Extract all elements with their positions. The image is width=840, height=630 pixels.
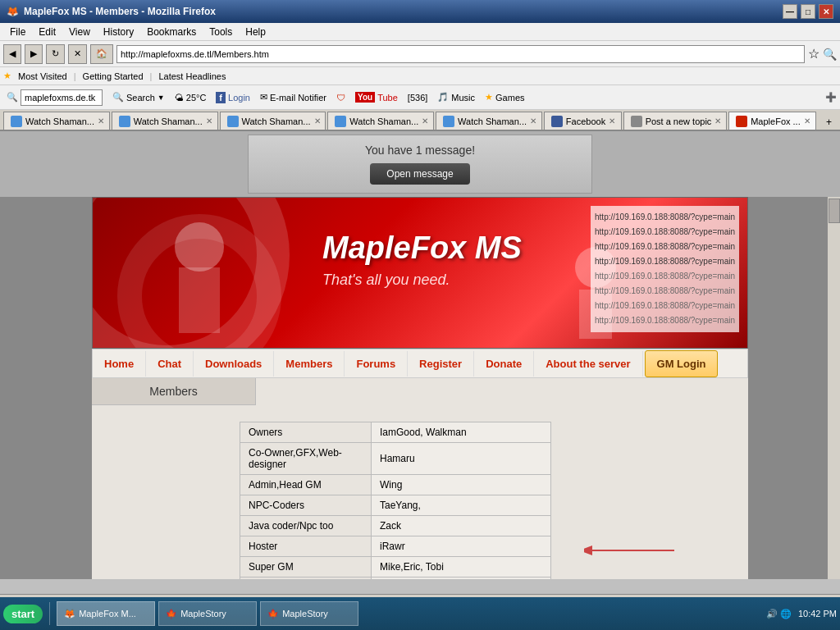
email-icon: ✉: [260, 92, 267, 103]
games-link[interactable]: ★ Games: [482, 90, 527, 104]
menu-file[interactable]: File: [3, 25, 32, 39]
taskbar-item-label-1: MapleFox M...: [79, 609, 136, 619]
tab-watch-shaman-2[interactable]: Watch Shaman... ✕: [112, 112, 218, 130]
banner-link-4[interactable]: http://109.169.0.188:8088/?cype=main: [595, 254, 735, 269]
role-admin: Admin,Head GM: [240, 475, 372, 495]
tab-favicon-5: [443, 116, 454, 127]
scrollbar-thumb[interactable]: [829, 199, 840, 223]
bookmark-most-visited[interactable]: Most Visited: [18, 71, 67, 81]
tab-label-5: Watch Shaman...: [458, 116, 527, 126]
nav-home[interactable]: Home: [93, 351, 146, 377]
start-button[interactable]: start: [3, 605, 43, 623]
menu-history[interactable]: History: [97, 25, 140, 39]
banner-link-2[interactable]: http://109.169.0.188:8088/?cype=main: [595, 225, 735, 240]
names-owners: IamGood, Walkman: [372, 422, 551, 443]
tab-new-topic[interactable]: Post a new topic ✕: [623, 112, 728, 130]
youtube-widget[interactable]: You Tube: [352, 90, 401, 104]
tab-close-4[interactable]: ✕: [422, 116, 428, 126]
search-label: Search: [126, 93, 155, 103]
tab-close-1[interactable]: ✕: [98, 116, 104, 126]
titlebar: 🦊 MapleFox MS - Members - Mozilla Firefo…: [0, 0, 840, 23]
stop-button[interactable]: ✕: [68, 44, 87, 64]
nav-donate[interactable]: Donate: [474, 351, 534, 377]
members-section: Members Pr ss! Owners IamGood, Walkman C…: [92, 378, 748, 579]
banner-link-5[interactable]: http://109.169.0.188:8088/?cype=main: [595, 269, 735, 284]
tab-label-maplefox: MapleFox ...: [751, 116, 801, 126]
music-link[interactable]: 🎵 Music: [434, 90, 478, 104]
weather-temp: 25°C: [186, 93, 207, 103]
banner-link-7[interactable]: http://109.169.0.188:8088/?cype=main: [595, 299, 735, 313]
taskbar-item-maplestory-1[interactable]: 🍁 MapleStory: [158, 601, 257, 626]
tab-close-facebook[interactable]: ✕: [609, 116, 615, 126]
banner-link-1[interactable]: http://109.169.0.188:8088/?cype=main: [595, 210, 735, 225]
tab-favicon-3: [227, 116, 239, 127]
tab-favicon-maplefox: [736, 116, 747, 127]
weather-widget: 🌤 25°C: [171, 91, 210, 104]
banner-link-3[interactable]: http://109.169.0.188:8088/?cype=main: [595, 240, 735, 254]
open-message-button[interactable]: Open message: [370, 163, 469, 185]
menu-bookmarks[interactable]: Bookmarks: [140, 25, 203, 39]
minimize-button[interactable]: —: [783, 4, 797, 19]
nav-members[interactable]: Members: [274, 351, 345, 377]
members-table: Owners IamGood, Walkman Co-Owner,GFX,Web…: [240, 422, 551, 579]
reload-button[interactable]: ↻: [46, 44, 65, 64]
add-toolbar-button[interactable]: ➕: [825, 92, 837, 103]
star-icon[interactable]: ☆: [808, 46, 819, 62]
search-dropdown-icon[interactable]: ▼: [158, 94, 165, 102]
bookmark-getting-started[interactable]: Getting Started: [83, 71, 144, 81]
taskbar-item-firefox[interactable]: 🦊 MapleFox M...: [57, 601, 155, 626]
home-button[interactable]: 🏠: [90, 44, 113, 64]
tab-facebook[interactable]: Facebook ✕: [544, 112, 622, 130]
banner-link-8[interactable]: http://109.169.0.188:8088/?cype=main: [595, 313, 735, 328]
tab-maplefox[interactable]: MapleFox ... ✕: [728, 112, 816, 130]
menu-edit[interactable]: Edit: [32, 25, 62, 39]
site-container: MapleFox MS That's all you need. http://…: [0, 197, 840, 579]
navbar: ◀ ▶ ↻ ✕ 🏠 ☆ 🔍: [0, 41, 840, 67]
address-bar[interactable]: [116, 45, 805, 63]
bookmark-sep2: |: [150, 71, 153, 81]
character-body: [179, 267, 220, 333]
new-tab-button[interactable]: +: [821, 115, 837, 130]
role-supergm: Super GM: [240, 557, 372, 578]
forward-button[interactable]: ▶: [25, 44, 43, 64]
tab-label-4: Watch Shaman...: [349, 116, 418, 126]
search-button-wrapper[interactable]: 🔍 Search ▼: [109, 90, 168, 104]
banner-links: http://109.169.0.188:8088/?cype=main htt…: [591, 206, 739, 332]
nav-forums[interactable]: Forums: [345, 351, 408, 377]
banner-link-6[interactable]: http://109.169.0.188:8088/?cype=main: [595, 284, 735, 299]
window-title: MapleFox MS - Members - Mozilla Firefox: [24, 6, 783, 17]
tab-watch-shaman-1[interactable]: Watch Shaman... ✕: [3, 112, 110, 130]
menu-tools[interactable]: Tools: [203, 25, 239, 39]
menu-help[interactable]: Help: [239, 25, 272, 39]
role-npc: NPC-Coders: [240, 495, 372, 516]
taskbar-item-maplestory-2[interactable]: 🍁 MapleStory: [260, 601, 358, 626]
bookmark-sep1: |: [74, 71, 76, 81]
close-button[interactable]: ✕: [819, 4, 833, 19]
tray-icons: 🔊 🌐: [766, 609, 792, 619]
tab-close-2[interactable]: ✕: [206, 116, 212, 126]
banner-character-area: [158, 214, 306, 345]
nav-chat[interactable]: Chat: [146, 351, 194, 377]
nav-register[interactable]: Register: [408, 351, 474, 377]
back-button[interactable]: ◀: [3, 44, 21, 64]
ublock-icon[interactable]: 🛡: [333, 91, 349, 104]
nav-downloads[interactable]: Downloads: [194, 351, 274, 377]
tab-close-3[interactable]: ✕: [314, 116, 321, 126]
maximize-button[interactable]: □: [801, 4, 815, 19]
bookmark-latest-headlines[interactable]: Latest Headlines: [158, 71, 226, 81]
tab-close-new-topic[interactable]: ✕: [714, 116, 721, 126]
tab-watch-shaman-5[interactable]: Watch Shaman... ✕: [436, 112, 542, 130]
menu-view[interactable]: View: [62, 25, 97, 39]
tab-close-maplefox[interactable]: ✕: [804, 116, 810, 126]
table-row: NPC-Coders TaeYang,: [240, 495, 551, 516]
tab-watch-shaman-4[interactable]: Watch Shaman... ✕: [327, 112, 434, 130]
tab-close-5[interactable]: ✕: [530, 116, 536, 126]
search-input[interactable]: [21, 89, 103, 106]
email-notifier[interactable]: ✉ E-mail Notifier: [257, 90, 330, 104]
login-label[interactable]: Login: [228, 93, 250, 103]
tab-watch-shaman-3[interactable]: Watch Shaman... ✕: [220, 112, 326, 130]
scrollbar[interactable]: [827, 197, 840, 579]
nav-about[interactable]: About the server: [534, 351, 642, 377]
nav-gm-login[interactable]: GM Login: [645, 350, 719, 377]
music-icon: 🎵: [437, 92, 449, 103]
